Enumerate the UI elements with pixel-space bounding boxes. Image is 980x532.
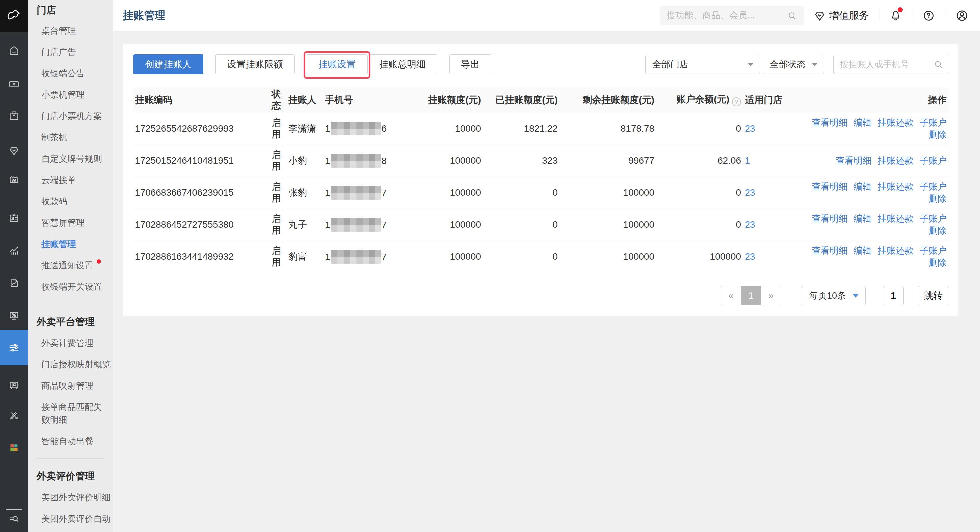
search-menu-icon[interactable] (0, 513, 28, 525)
page-size-select[interactable]: 每页10条 (801, 286, 865, 305)
stores-count-link[interactable]: 23 (745, 188, 755, 198)
notifications-bell[interactable] (889, 10, 902, 22)
stores-count-link[interactable]: 23 (745, 124, 755, 134)
store-filter-select[interactable]: 全部门店 (645, 55, 760, 74)
global-search-input[interactable] (667, 10, 787, 21)
sidebar-item-auto-serve[interactable]: 智能自动出餐 (28, 430, 113, 452)
id-card-icon[interactable] (0, 212, 28, 223)
analytics-icon[interactable] (0, 245, 28, 256)
status-filter-value: 全部状态 (770, 58, 806, 70)
delete-link[interactable]: 删除 (929, 258, 947, 268)
sidebar-item-meituan-reviews[interactable]: 美团外卖评价明细 (28, 487, 113, 508)
stores-count-link[interactable]: 23 (745, 220, 755, 230)
sidebar-item-number-rules[interactable]: 自定义牌号规则 (28, 148, 113, 169)
search-icon[interactable] (933, 59, 943, 69)
view-detail-link[interactable]: 查看明细 (812, 213, 848, 224)
account-avatar[interactable] (955, 9, 969, 22)
next-page-button[interactable]: » (761, 286, 781, 305)
balance-help-icon[interactable]: ? (732, 97, 741, 106)
gem-icon[interactable] (0, 145, 28, 156)
safe-icon[interactable] (0, 379, 28, 391)
screen-rate-icon[interactable] (0, 310, 28, 321)
debtor-search[interactable] (833, 55, 949, 74)
jump-page-input[interactable] (883, 286, 904, 305)
sidebar-item-push-notify[interactable]: 推送通知设置 (28, 255, 113, 276)
search-icon[interactable] (787, 11, 797, 21)
repay-link[interactable]: 挂账还款 (878, 156, 914, 166)
delete-link[interactable]: 删除 (929, 226, 947, 236)
sidebar-item-smart-screen[interactable]: 智慧屏管理 (28, 212, 113, 233)
sub-account-link[interactable]: 子账户 (920, 213, 947, 224)
current-page[interactable]: 1 (741, 286, 761, 305)
apps-grid-icon[interactable] (0, 442, 28, 453)
cash-icon[interactable] (0, 78, 28, 90)
repay-link[interactable]: 挂账还款 (878, 246, 914, 256)
debtor-name: 丸子 (286, 209, 323, 241)
phone-masked: 17 (323, 177, 406, 209)
sidebar-item-store-auth-map[interactable]: 门店授权映射概览 (28, 354, 113, 375)
package-icon[interactable] (0, 110, 28, 121)
help-button[interactable] (922, 10, 935, 22)
sub-account-link[interactable]: 子账户 (920, 182, 947, 192)
global-search[interactable] (660, 6, 803, 25)
export-button[interactable]: 导出 (449, 54, 492, 74)
sidebar-item-match-fail[interactable]: 接单商品匹配失败明细 (28, 396, 113, 430)
edit-link[interactable]: 编辑 (854, 246, 872, 256)
credit-detail-button[interactable]: 挂账总明细 (368, 54, 438, 74)
view-detail-link[interactable]: 查看明细 (836, 156, 872, 166)
set-credit-limit-button[interactable]: 设置挂账限额 (215, 54, 295, 74)
view-detail-link[interactable]: 查看明细 (812, 118, 848, 127)
prev-page-button[interactable]: « (721, 286, 741, 305)
delete-link[interactable]: 删除 (929, 130, 947, 140)
sidebar-item-credit-mgmt-active[interactable]: 挂账管理 (28, 233, 113, 255)
repay-link[interactable]: 挂账还款 (878, 182, 914, 192)
coupon-icon[interactable] (0, 174, 28, 185)
design-tools-icon[interactable] (0, 410, 28, 421)
status-value: 启用 (266, 241, 286, 273)
sub-account-link[interactable]: 子账户 (920, 156, 947, 166)
debtor-search-input[interactable] (840, 59, 933, 70)
credit-used: 0 (483, 209, 560, 241)
repay-link[interactable]: 挂账还款 (878, 213, 914, 224)
sidebar-item-store-ads[interactable]: 门店广告 (28, 41, 113, 63)
sliders-icon-active[interactable] (0, 330, 28, 365)
stores-count-link[interactable]: 1 (745, 156, 750, 166)
status-value: 启用 (266, 177, 286, 209)
value-added-services[interactable]: 增值服务 (814, 9, 869, 22)
sidebar-item-tables[interactable]: 桌台管理 (28, 20, 113, 41)
credit-used: 323 (483, 145, 560, 177)
edit-link[interactable]: 编辑 (854, 118, 872, 127)
view-detail-link[interactable]: 查看明细 (812, 182, 848, 192)
status-filter-select[interactable]: 全部状态 (763, 55, 824, 74)
sidebar-item-payment-code[interactable]: 收款码 (28, 191, 113, 212)
sidebar-item-product-map[interactable]: 商品映射管理 (28, 375, 113, 396)
edit-link[interactable]: 编辑 (854, 213, 872, 224)
home-icon[interactable] (0, 45, 28, 56)
sidebar-item-pos-notice[interactable]: 收银端公告 (28, 63, 113, 84)
report-icon[interactable] (0, 277, 28, 288)
phone-prefix: 1 (325, 220, 330, 230)
create-debtor-button[interactable]: 创建挂账人 (133, 54, 203, 74)
credit-settings-button[interactable]: 挂账设置 (307, 54, 368, 74)
secondary-sidebar: 门店 桌台管理 门店广告 收银端公告 小票机管理 门店小票机方案 制茶机 自定义… (28, 0, 113, 532)
phone-masked: 16 (323, 113, 406, 145)
delete-link[interactable]: 删除 (929, 194, 947, 204)
phone-masked: 17 (323, 241, 406, 273)
phone-suffix: 6 (382, 123, 387, 134)
sub-account-link[interactable]: 子账户 (920, 246, 947, 256)
edit-link[interactable]: 编辑 (854, 182, 872, 192)
sidebar-item-meituan-auto[interactable]: 美团外卖评价自动 (28, 508, 113, 529)
brand-logo[interactable] (0, 0, 28, 32)
sub-account-link[interactable]: 子账户 (920, 118, 947, 127)
sidebar-item-tea-machine[interactable]: 制茶机 (28, 127, 113, 148)
sidebar-item-printer[interactable]: 小票机管理 (28, 84, 113, 105)
sidebar-item-pos-switch[interactable]: 收银端开关设置 (28, 276, 113, 297)
repay-link[interactable]: 挂账还款 (878, 118, 914, 127)
stores-count-link[interactable]: 23 (745, 252, 755, 262)
jump-button[interactable]: 跳转 (918, 286, 949, 305)
credit-limit: 100000 (406, 209, 483, 241)
sidebar-item-cloud-orders[interactable]: 云端接单 (28, 169, 113, 191)
sidebar-item-printer-plan[interactable]: 门店小票机方案 (28, 105, 113, 127)
view-detail-link[interactable]: 查看明细 (812, 246, 848, 256)
sidebar-item-delivery-billing[interactable]: 外卖计费管理 (28, 332, 113, 354)
